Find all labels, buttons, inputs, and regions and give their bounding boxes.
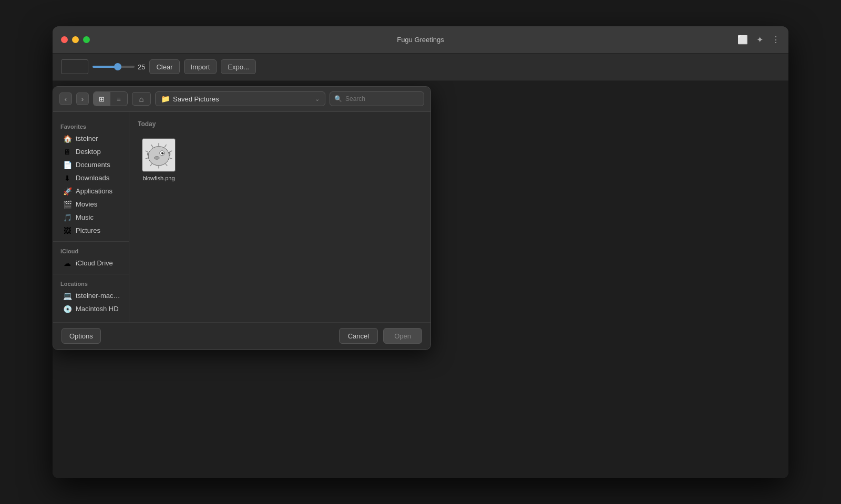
sidebar: Favorites 🏠 tsteiner 🖥 Desktop 📄 Documen…: [53, 112, 129, 322]
divider: [53, 274, 129, 274]
options-button[interactable]: Options: [61, 328, 101, 344]
sidebar-item-documents[interactable]: 📄 Documents: [55, 159, 127, 171]
svg-line-6: [146, 158, 148, 159]
dialog-content: Today: [129, 112, 430, 322]
sidebar-item-label: Downloads: [76, 174, 109, 182]
svg-line-5: [169, 150, 172, 152]
locations-label: Locations: [53, 279, 129, 289]
sidebar-item-tsteiner[interactable]: 🏠 tsteiner: [55, 132, 127, 145]
blowfish-image: [143, 140, 174, 170]
icloud-label: iCloud: [53, 246, 129, 256]
file-grid: blowfish.png: [138, 134, 422, 186]
back-button[interactable]: ‹: [59, 92, 72, 105]
sidebar-item-pictures[interactable]: 🖼 Pictures: [55, 224, 127, 237]
svg-line-9: [166, 163, 168, 166]
search-icon: 🔍: [334, 95, 342, 102]
slider-value: 25: [138, 63, 145, 71]
svg-line-2: [151, 145, 153, 147]
title-bar-icons: ⬜ ✦ ⋮: [737, 35, 780, 45]
slider-thumb: [114, 63, 121, 70]
import-button[interactable]: Import: [184, 59, 217, 74]
footer-left: Options: [61, 328, 101, 344]
sidebar-item-macintosh-hd[interactable]: 💿 Macintosh HD: [55, 303, 127, 315]
location-selector[interactable]: 📁 Saved Pictures ⌄: [155, 91, 325, 106]
icloud-icon: ☁: [63, 259, 72, 268]
divider: [53, 241, 129, 242]
svg-line-3: [165, 145, 167, 147]
maximize-button[interactable]: [83, 36, 90, 43]
window-title: Fugu Greetings: [397, 36, 444, 44]
folder-action-button[interactable]: ⌂: [132, 92, 151, 106]
close-button[interactable]: [61, 36, 68, 43]
mac-window: Fugu Greetings ⬜ ✦ ⋮ 25 Clear Import Exp…: [53, 26, 788, 478]
svg-line-7: [169, 158, 172, 159]
sidebar-item-label: tsteiner: [76, 135, 98, 142]
icon-view-button[interactable]: ⊞: [94, 92, 110, 106]
forward-button[interactable]: ›: [76, 92, 89, 105]
file-dialog: ‹ › ⊞ ≡ ⌂ 📁 Saved Pictures ⌄ 🔍: [53, 86, 431, 350]
laptop-icon: 💻: [63, 292, 72, 300]
documents-icon: 📄: [63, 161, 72, 169]
sidebar-item-label: Music: [76, 213, 94, 221]
movies-icon: 🎬: [63, 200, 72, 209]
sidebar-item-label: Movies: [76, 200, 97, 208]
export-button[interactable]: Expo...: [221, 59, 255, 74]
svg-point-12: [161, 152, 164, 155]
sidebar-item-label: Pictures: [76, 227, 100, 234]
downloads-icon: ⬇: [63, 174, 72, 182]
svg-point-0: [148, 146, 169, 165]
disk-icon: 💿: [63, 305, 72, 313]
minimize-button[interactable]: [72, 36, 79, 43]
search-bar[interactable]: 🔍: [330, 91, 424, 106]
favorites-label: Favorites: [53, 121, 129, 132]
puzzle-icon[interactable]: ✦: [756, 35, 763, 45]
today-label: Today: [138, 120, 422, 128]
title-bar: Fugu Greetings ⬜ ✦ ⋮: [53, 26, 788, 54]
size-slider-container: 25: [93, 63, 145, 71]
more-icon[interactable]: ⋮: [772, 35, 780, 45]
size-slider[interactable]: [93, 66, 135, 68]
file-name: blowfish.png: [142, 175, 175, 181]
sidebar-item-applications[interactable]: 🚀 Applications: [55, 185, 127, 198]
dialog-body: Favorites 🏠 tsteiner 🖥 Desktop 📄 Documen…: [53, 112, 430, 322]
dialog-titlebar: ‹ › ⊞ ≡ ⌂ 📁 Saved Pictures ⌄ 🔍: [53, 87, 430, 112]
chevron-down-icon: ⌄: [315, 96, 320, 102]
pictures-icon: 🖼: [63, 227, 72, 235]
traffic-lights: [61, 36, 90, 43]
sidebar-item-label: Desktop: [76, 148, 101, 156]
footer-right: Cancel Open: [339, 328, 422, 344]
svg-line-4: [146, 150, 148, 152]
sidebar-item-label: Documents: [76, 161, 110, 169]
app-content: ‹ › ⊞ ≡ ⌂ 📁 Saved Pictures ⌄ 🔍: [53, 81, 788, 478]
sidebar-item-label: iCloud Drive: [76, 259, 113, 267]
sidebar-item-label: tsteiner-macb...: [76, 292, 121, 300]
location-folder-icon: 📁: [161, 95, 170, 103]
svg-line-8: [150, 163, 152, 166]
svg-point-14: [155, 156, 159, 159]
sidebar-item-icloud-drive[interactable]: ☁ iCloud Drive: [55, 257, 127, 270]
sidebar-item-desktop[interactable]: 🖥 Desktop: [55, 146, 127, 158]
sidebar-item-music[interactable]: 🎵 Music: [55, 211, 127, 224]
search-input[interactable]: [345, 95, 419, 102]
applications-icon: 🚀: [63, 187, 72, 196]
sidebar-item-movies[interactable]: 🎬 Movies: [55, 198, 127, 211]
sidebar-item-macbook[interactable]: 💻 tsteiner-macb...: [55, 290, 127, 302]
desktop-icon: 🖥: [63, 148, 72, 156]
dialog-footer: Options Cancel Open: [53, 322, 430, 349]
cancel-button[interactable]: Cancel: [339, 328, 378, 344]
file-item-blowfish[interactable]: blowfish.png: [138, 134, 180, 186]
canvas-preview: [61, 59, 88, 74]
sidebar-item-label: Applications: [76, 187, 112, 195]
home-icon: 🏠: [63, 135, 72, 143]
location-label: Saved Pictures: [173, 95, 312, 103]
music-icon: 🎵: [63, 213, 72, 222]
sidebar-item-label: Macintosh HD: [76, 305, 119, 313]
open-button[interactable]: Open: [383, 328, 422, 344]
toolbar: 25 Clear Import Expo...: [53, 54, 788, 81]
sidebar-item-downloads[interactable]: ⬇ Downloads: [55, 172, 127, 184]
svg-point-13: [162, 152, 163, 152]
list-view-button[interactable]: ≡: [110, 92, 127, 106]
clear-button[interactable]: Clear: [149, 59, 179, 74]
document-icon[interactable]: ⬜: [737, 35, 748, 45]
file-thumbnail: [142, 138, 176, 172]
